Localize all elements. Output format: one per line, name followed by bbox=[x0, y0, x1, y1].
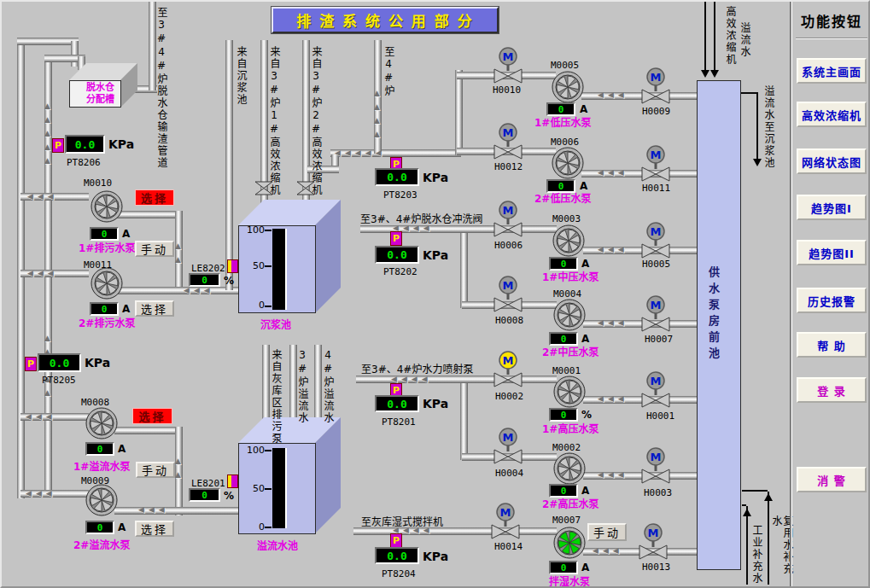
box-label-line1: 脱水仓 bbox=[86, 82, 114, 93]
manual-button-m0008[interactable]: 手动 bbox=[136, 462, 175, 478]
valve-h0008[interactable]: M bbox=[492, 275, 524, 317]
pump-m0004[interactable] bbox=[553, 299, 586, 335]
flow-arrows: ◀◀◀ bbox=[26, 413, 52, 421]
manual-button-m0007[interactable]: 手动 bbox=[587, 523, 627, 541]
flow-up-icon bbox=[764, 493, 773, 501]
pump-tag: M0007 bbox=[552, 515, 581, 526]
pump-m0009[interactable] bbox=[85, 484, 118, 520]
valve-h0009[interactable]: M bbox=[639, 67, 672, 109]
valve-h0005[interactable]: M bbox=[639, 221, 672, 264]
tick bbox=[265, 230, 272, 231]
pressure-icon: P bbox=[52, 138, 64, 153]
sidebar-button-silence-alarm[interactable]: 消 警 bbox=[797, 467, 867, 492]
valve-h0001[interactable]: M bbox=[639, 370, 672, 413]
pump-name: 1#高压水泵 bbox=[542, 421, 598, 435]
pipe-label: 至3#、4#炉脱水仓冲洗阀 bbox=[360, 211, 482, 225]
svg-text:M: M bbox=[648, 527, 659, 539]
pipe-label: 工业补充水 bbox=[750, 525, 762, 585]
select-button-m0008[interactable]: 选择 bbox=[132, 408, 172, 424]
pipe bbox=[460, 376, 468, 460]
select-button-m0009[interactable]: 选择 bbox=[135, 521, 174, 537]
unit: KPa bbox=[423, 550, 448, 563]
sidebar-divider bbox=[790, 2, 792, 588]
pump-m0003[interactable] bbox=[552, 224, 585, 260]
unit: A bbox=[581, 333, 589, 345]
select-button-m0011[interactable]: 选择 bbox=[135, 300, 174, 317]
pipe-label: 高效浓缩机 bbox=[724, 6, 735, 66]
flow-arrows: ◀◀◀ bbox=[26, 490, 52, 498]
pump-name: 拌湿水泵 bbox=[549, 573, 590, 588]
manual-button-m0010[interactable]: 手动 bbox=[135, 241, 174, 257]
pipe-label: 来自3#炉1#高效浓缩机 bbox=[268, 46, 279, 196]
valve-h0012[interactable]: M bbox=[492, 122, 524, 165]
settling-tank-label: 沉浆池 bbox=[260, 317, 291, 331]
valve-h0007[interactable]: M bbox=[639, 294, 672, 337]
pump-m0011[interactable] bbox=[91, 267, 123, 303]
unit: KPa bbox=[423, 171, 448, 184]
valve-h0006[interactable]: M bbox=[492, 200, 524, 242]
page-title: 排 渣 系 统 公 用 部 分 bbox=[272, 7, 499, 33]
select-button-m0010[interactable]: 选择 bbox=[135, 189, 174, 206]
valve-h0013[interactable]: M bbox=[637, 522, 669, 565]
scale-label: 0 bbox=[244, 300, 265, 311]
pump-m0007[interactable] bbox=[553, 527, 586, 562]
scale-label: 100 bbox=[244, 224, 265, 236]
pipe-label: 3#炉溢流水 bbox=[296, 349, 307, 424]
valve-tag: H0011 bbox=[642, 183, 670, 194]
pump-amps: 0 bbox=[85, 521, 114, 534]
unit: % bbox=[224, 490, 234, 502]
valve-tag: H0008 bbox=[495, 315, 523, 326]
pipe-label: 至3#、4#炉水力喷射泵 bbox=[361, 361, 473, 376]
pump-name: 2#中压水泵 bbox=[542, 344, 598, 358]
valve-h0014[interactable]: M bbox=[489, 502, 522, 544]
unit: A bbox=[580, 103, 587, 115]
sidebar-button-concentrator[interactable]: 高效浓缩机 bbox=[797, 102, 867, 127]
unit: A bbox=[581, 485, 589, 497]
valve-h0003[interactable]: M bbox=[639, 446, 672, 489]
flow-up-icon bbox=[743, 509, 751, 516]
valve-tag: H0006 bbox=[494, 240, 523, 251]
sidebar-button-login[interactable]: 登 录 bbox=[797, 377, 867, 403]
pump-m0008[interactable] bbox=[85, 407, 118, 443]
pipe-label: 来自3#炉2#高效浓缩机 bbox=[310, 46, 321, 196]
sidebar-button-network-status[interactable]: 网络状态图 bbox=[797, 148, 867, 174]
pipe bbox=[114, 507, 241, 515]
pump-speed: 0 bbox=[549, 408, 578, 422]
pump-tag: M0006 bbox=[551, 137, 579, 148]
pump-name: 2#排污水泵 bbox=[79, 315, 135, 329]
flow-arrows: ◀◀◀ bbox=[598, 471, 624, 479]
svg-text:M: M bbox=[651, 299, 662, 311]
valve-tag: H0010 bbox=[493, 84, 521, 96]
flow-arrows: ◀◀◀ bbox=[593, 547, 619, 555]
sidebar-button-trend-1[interactable]: 趋势图I bbox=[797, 195, 867, 220]
pt-tag: PT8204 bbox=[382, 568, 416, 579]
pipe-label: 至3#4#炉脱水仓输渣管道 bbox=[155, 7, 166, 169]
pipe-label: 至灰库湿式搅拌机 bbox=[361, 514, 443, 528]
svg-text:M: M bbox=[651, 225, 662, 238]
pipe bbox=[17, 38, 25, 498]
pump-m0001[interactable] bbox=[553, 376, 586, 411]
level-sensor-icon bbox=[227, 474, 238, 488]
pump-m0005[interactable] bbox=[552, 71, 584, 107]
sidebar-button-help[interactable]: 帮 助 bbox=[797, 332, 867, 358]
valve-h0002[interactable]: M bbox=[492, 350, 524, 393]
pump-name: 1#低压水泵 bbox=[534, 114, 591, 129]
overflow-line bbox=[741, 92, 758, 94]
pt8201-value: 0.0 bbox=[375, 395, 419, 412]
pump-amps: 0 bbox=[90, 302, 119, 316]
sidebar-button-main-screen[interactable]: 系统主画面 bbox=[797, 58, 867, 84]
valve-h0011[interactable]: M bbox=[639, 144, 672, 187]
pump-m0002[interactable] bbox=[553, 452, 586, 488]
pump-name: 2#高压水泵 bbox=[542, 496, 598, 510]
unit: KPa bbox=[108, 137, 134, 151]
sidebar-button-alarm-history[interactable]: 历史报警 bbox=[797, 288, 867, 313]
valve-h0004[interactable]: M bbox=[492, 427, 524, 469]
pump-m0006[interactable] bbox=[552, 147, 584, 183]
settling-tank-level-bar bbox=[272, 229, 287, 310]
distribution-box: 脱水仓分配槽 bbox=[69, 80, 121, 108]
overflow-tank-label: 溢流水池 bbox=[257, 538, 298, 552]
sidebar-button-trend-2[interactable]: 趋势图II bbox=[797, 240, 867, 265]
pump-m0010[interactable] bbox=[91, 190, 123, 226]
makeup-line bbox=[768, 492, 769, 585]
valve-h0010[interactable]: M bbox=[492, 46, 524, 89]
